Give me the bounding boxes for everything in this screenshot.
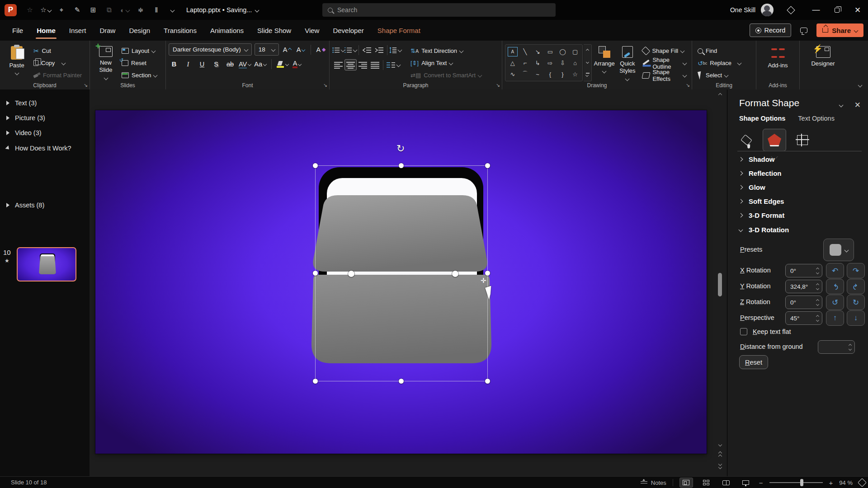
designer-button[interactable]: Designer bbox=[806, 43, 841, 81]
slide-indicator[interactable]: Slide 10 of 18 bbox=[11, 479, 47, 486]
fit-slide-to-window-button[interactable] bbox=[858, 478, 867, 487]
zoom-level[interactable]: 94 % bbox=[839, 479, 853, 486]
character-spacing-button[interactable]: AV bbox=[239, 58, 251, 70]
resize-handle-bottom-right[interactable] bbox=[485, 379, 490, 384]
shape-scribble-icon[interactable]: ∿ bbox=[506, 68, 519, 80]
tab-developer[interactable]: Developer bbox=[326, 20, 370, 41]
animation-indicator-icon[interactable]: ★ bbox=[5, 258, 9, 264]
tab-view[interactable]: View bbox=[298, 20, 326, 41]
shape-gallery[interactable]: A ╲ ↘ ▭ ◯ ▢ △ ⌐ ↳ ⇨ ⇩ ⌂ ∿ ⌒ ~ { } bbox=[505, 44, 583, 81]
x-rotation-input[interactable]: 0° bbox=[785, 264, 822, 277]
increase-font-size-button[interactable]: A bbox=[282, 44, 292, 56]
account-name[interactable]: One Skill bbox=[730, 6, 755, 14]
align-text-button[interactable]: [⇕] Align Text bbox=[408, 57, 484, 69]
quick-styles-button[interactable]: Quick Styles bbox=[617, 43, 638, 81]
collapse-ribbon-button[interactable] bbox=[858, 83, 863, 88]
line-spacing-button[interactable] bbox=[389, 44, 401, 56]
bullets-button[interactable] bbox=[332, 44, 344, 56]
shape-rounded-rectangle-icon[interactable]: ▢ bbox=[569, 46, 581, 58]
resize-handle-bottom-center[interactable] bbox=[399, 379, 404, 384]
customize-qat-star-icon[interactable]: ☆ bbox=[24, 4, 36, 16]
scroll-down-button[interactable] bbox=[717, 441, 724, 448]
keep-text-flat-checkbox[interactable] bbox=[740, 328, 747, 335]
tab-text-options[interactable]: Text Options bbox=[798, 115, 835, 122]
format-painter-qat-icon[interactable]: ✎ bbox=[71, 4, 83, 16]
panel-close-icon[interactable]: ✕ bbox=[854, 100, 861, 110]
panel-collapse-icon[interactable] bbox=[839, 103, 843, 108]
tab-shape-options[interactable]: Shape Options bbox=[739, 115, 785, 122]
shape-right-arrow-icon[interactable]: ⇨ bbox=[544, 58, 557, 68]
select-button[interactable]: Select bbox=[695, 70, 744, 81]
resize-handle-middle-right[interactable] bbox=[485, 271, 490, 276]
find-button[interactable]: Find bbox=[695, 45, 744, 56]
slide-show-button[interactable] bbox=[739, 478, 753, 488]
scrollbar-thumb[interactable] bbox=[718, 273, 722, 296]
shape-edge-handle-right[interactable] bbox=[452, 271, 458, 277]
tab-draw[interactable]: Draw bbox=[93, 20, 122, 41]
resize-handle-top-center[interactable] bbox=[399, 163, 404, 168]
zoom-in-button[interactable]: + bbox=[829, 479, 833, 487]
sidebar-section-how-does-it-work[interactable]: How Does It Work? bbox=[6, 145, 71, 152]
shape-left-brace-icon[interactable]: { bbox=[544, 68, 557, 80]
resize-handle-bottom-left[interactable] bbox=[313, 379, 318, 384]
normal-view-button[interactable] bbox=[679, 478, 693, 488]
slide-10-thumbnail[interactable] bbox=[17, 247, 76, 282]
laptop-screen-panel-shape-selected[interactable] bbox=[313, 195, 487, 272]
increase-indent-button[interactable] bbox=[373, 44, 385, 56]
section-shadow[interactable]: Shadow bbox=[739, 155, 775, 163]
x-rotate-left-button[interactable]: ↶ bbox=[826, 263, 844, 278]
tab-insert[interactable]: Insert bbox=[62, 20, 93, 41]
shape-curve-icon[interactable]: ~ bbox=[531, 68, 544, 80]
document-title[interactable]: Laptop.pptx • Saving... bbox=[186, 6, 259, 14]
section-button[interactable]: Section bbox=[119, 70, 160, 81]
sidebar-section-picture[interactable]: Picture (3) bbox=[6, 114, 45, 122]
underline-button[interactable]: U bbox=[197, 58, 208, 70]
shape-elbow-arrow-icon[interactable]: ↳ bbox=[531, 58, 544, 68]
tab-home[interactable]: Home bbox=[30, 20, 62, 41]
font-size-combo[interactable]: 18 bbox=[255, 43, 279, 56]
shape-down-arrow-icon[interactable]: ⇩ bbox=[557, 58, 569, 68]
tab-file[interactable]: File bbox=[5, 20, 30, 41]
text-highlight-button[interactable] bbox=[277, 58, 288, 70]
tab-design[interactable]: Design bbox=[122, 20, 157, 41]
paste-button[interactable]: Paste bbox=[3, 43, 31, 81]
reset-rotation-button[interactable]: Reset bbox=[739, 355, 768, 369]
slide-sorter-view-button[interactable] bbox=[699, 478, 713, 488]
next-slide-button[interactable] bbox=[717, 462, 724, 469]
justify-button[interactable] bbox=[369, 59, 381, 70]
addins-button[interactable]: Add-ins bbox=[762, 43, 794, 81]
tab-animations[interactable]: Animations bbox=[203, 20, 250, 41]
reset-slide-button[interactable]: Reset bbox=[119, 57, 160, 69]
z-rotation-input[interactable]: 0° bbox=[785, 296, 822, 309]
layout-button[interactable]: Layout bbox=[119, 45, 160, 56]
shape-right-brace-icon[interactable]: } bbox=[557, 68, 569, 80]
zoom-slider-thumb[interactable] bbox=[800, 479, 803, 486]
y-rotate-down-button[interactable]: ↷ bbox=[847, 279, 865, 294]
canvas-vertical-scrollbar[interactable] bbox=[715, 89, 725, 476]
perspective-up-button[interactable]: ↑ bbox=[826, 310, 844, 326]
search-input[interactable]: Search bbox=[322, 3, 556, 17]
sidebar-section-text[interactable]: Text (3) bbox=[6, 99, 37, 107]
account-avatar[interactable] bbox=[761, 4, 774, 16]
numbering-button[interactable] bbox=[344, 44, 357, 56]
shape-arc-icon[interactable]: ⌒ bbox=[519, 68, 532, 80]
zoom-slider[interactable] bbox=[769, 482, 823, 483]
cut-button[interactable]: ✂ Cut bbox=[31, 45, 85, 56]
shape-triangle-icon[interactable]: △ bbox=[506, 58, 519, 68]
y-rotation-input[interactable]: 324,8° bbox=[785, 280, 822, 293]
tab-transitions[interactable]: Transitions bbox=[157, 20, 203, 41]
shape-star-icon[interactable]: ☆ bbox=[569, 68, 581, 80]
new-slide-button[interactable]: New Slide bbox=[93, 43, 119, 81]
rotation-handle[interactable]: ↻ bbox=[396, 143, 405, 155]
laptop-base-shape[interactable] bbox=[311, 275, 491, 363]
y-rotate-up-button[interactable]: ↶ bbox=[826, 279, 844, 294]
align-right-button[interactable] bbox=[357, 59, 369, 70]
effects-icon[interactable] bbox=[763, 129, 786, 151]
drawing-dialog-launcher[interactable]: ↘ bbox=[686, 82, 690, 88]
font-dialog-launcher[interactable]: ↘ bbox=[323, 82, 327, 88]
minimize-button[interactable]: — bbox=[806, 0, 826, 20]
decrease-font-size-button[interactable]: A bbox=[295, 44, 306, 56]
reading-view-button[interactable] bbox=[719, 478, 733, 488]
section-3d-format[interactable]: 3-D Format bbox=[739, 211, 784, 219]
align-objects-icon[interactable]: ≑ bbox=[135, 4, 146, 16]
